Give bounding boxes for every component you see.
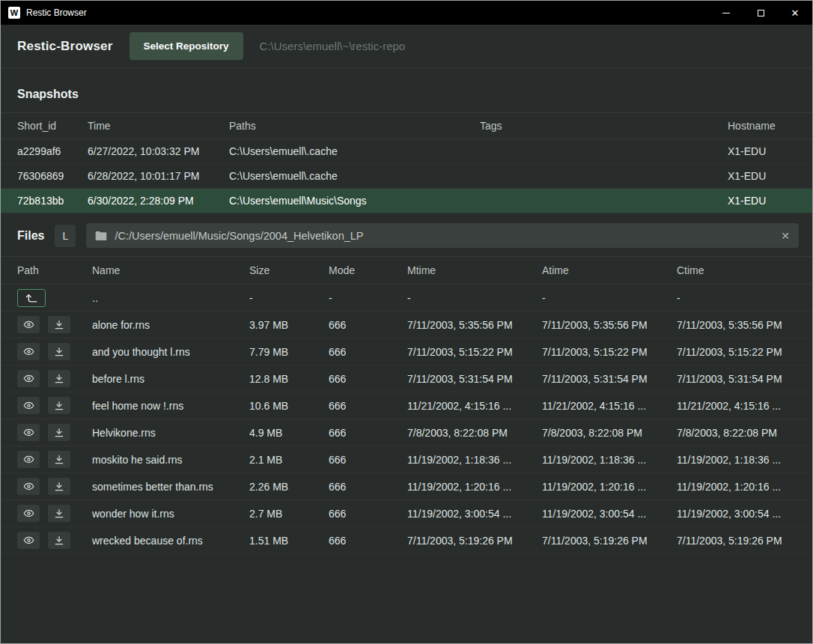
titlebar-drag-region[interactable]: W Restic Browser ✕	[1, 1, 812, 25]
download-file-button[interactable]	[48, 316, 70, 333]
maximize-icon	[758, 10, 764, 16]
file-ctime: 7/11/2003, 5:19:26 PM	[677, 535, 796, 547]
eye-icon	[23, 508, 34, 519]
download-file-button[interactable]	[48, 451, 70, 468]
file-size: 12.8 MB	[249, 373, 329, 385]
snapshots-table-header: Short_id Time Paths Tags Hostname	[1, 112, 812, 139]
download-file-button[interactable]	[48, 505, 70, 522]
repository-header: Restic-Browser Select Repository C:\User…	[1, 25, 812, 68]
download-file-button[interactable]	[48, 370, 70, 387]
list-mode-button[interactable]: L	[55, 225, 76, 247]
file-ctime: 11/19/2002, 3:00:54 ...	[677, 508, 796, 520]
file-atime: 7/8/2003, 8:22:08 PM	[542, 427, 677, 439]
download-file-button[interactable]	[48, 424, 70, 441]
file-atime: 11/19/2002, 1:20:16 ...	[542, 481, 677, 493]
parent-directory-actions	[17, 289, 92, 307]
snapshot-hostname: X1-EDU	[728, 170, 796, 182]
parent-size: -	[249, 292, 329, 304]
file-ctime: 7/8/2003, 8:22:08 PM	[677, 427, 796, 439]
page-title: Restic-Browser	[17, 39, 113, 54]
file-atime: 7/11/2003, 5:31:54 PM	[542, 373, 677, 385]
file-name: moskito he said.rns	[92, 454, 249, 466]
file-mode: 666	[329, 427, 407, 439]
file-mtime: 7/11/2003, 5:15:22 PM	[407, 346, 542, 358]
preview-file-button[interactable]	[17, 532, 40, 549]
select-repository-button[interactable]: Select Repository	[130, 32, 243, 60]
download-icon	[54, 374, 64, 384]
file-mode: 666	[329, 346, 407, 358]
minimize-icon	[722, 13, 730, 13]
snapshot-row[interactable]: a2299af6 6/27/2022, 10:03:32 PM C:\Users…	[1, 139, 812, 164]
eye-icon	[23, 373, 34, 384]
preview-file-button[interactable]	[17, 397, 40, 414]
file-size: 2.1 MB	[249, 454, 329, 466]
preview-file-button[interactable]	[17, 370, 40, 387]
download-icon	[54, 401, 64, 411]
snapshot-time: 6/27/2022, 10:03:32 PM	[88, 145, 229, 157]
col-atime: Atime	[542, 264, 677, 276]
file-mtime: 11/19/2002, 3:00:54 ...	[407, 508, 542, 520]
file-size: 7.79 MB	[249, 346, 329, 358]
app-icon: W	[8, 7, 20, 19]
col-path: Path	[17, 264, 92, 276]
file-size: 10.6 MB	[249, 400, 329, 412]
maximize-button[interactable]	[743, 1, 778, 25]
download-icon	[54, 428, 64, 438]
col-tags: Tags	[480, 120, 728, 132]
download-file-button[interactable]	[48, 397, 70, 414]
repository-path: C:\Users\emuell\~\restic-repo	[260, 40, 406, 52]
file-atime: 11/19/2002, 1:18:36 ...	[542, 454, 677, 466]
download-icon	[54, 535, 64, 546]
file-mtime: 11/19/2002, 1:18:36 ...	[407, 454, 542, 466]
preview-file-button[interactable]	[17, 505, 40, 522]
file-size: 3.97 MB	[249, 319, 329, 331]
minimize-button[interactable]	[709, 1, 743, 25]
snapshot-row[interactable]: 76306869 6/28/2022, 10:01:17 PM C:\Users…	[1, 164, 812, 189]
file-atime: 7/11/2003, 5:35:56 PM	[542, 319, 677, 331]
download-file-button[interactable]	[48, 343, 70, 360]
file-mtime: 11/19/2002, 1:20:16 ...	[407, 481, 542, 493]
file-ctime: 11/19/2002, 1:18:36 ...	[677, 454, 796, 466]
download-icon	[54, 508, 64, 519]
download-file-button[interactable]	[48, 532, 70, 549]
file-actions	[17, 451, 92, 468]
file-mode: 666	[329, 373, 407, 385]
file-mode: 666	[329, 508, 407, 520]
snapshot-time: 6/30/2022, 2:28:09 PM	[88, 195, 229, 207]
snapshot-short-id: a2299af6	[17, 145, 88, 157]
parent-mode: -	[329, 292, 407, 304]
file-name: before l.rns	[92, 373, 249, 385]
download-icon	[54, 482, 64, 492]
file-mtime: 7/11/2003, 5:19:26 PM	[407, 535, 542, 547]
col-mtime: Mtime	[407, 264, 542, 276]
file-ctime: 11/19/2002, 1:20:16 ...	[677, 481, 796, 493]
preview-file-button[interactable]	[17, 424, 40, 441]
file-ctime: 7/11/2003, 5:35:56 PM	[677, 319, 796, 331]
col-paths: Paths	[229, 120, 480, 132]
eye-icon	[23, 454, 34, 465]
download-file-button[interactable]	[48, 478, 70, 495]
close-button[interactable]: ✕	[778, 1, 812, 25]
preview-file-button[interactable]	[17, 451, 40, 468]
files-table-body: alone for.rns 3.97 MB 666 7/11/2003, 5:3…	[1, 312, 812, 554]
preview-file-button[interactable]	[17, 478, 40, 495]
file-name: wonder how it.rns	[92, 508, 249, 520]
download-icon	[54, 320, 64, 330]
file-row: Helvikone.rns 4.9 MB 666 7/8/2003, 8:22:…	[1, 419, 812, 446]
files-heading: Files	[17, 229, 44, 243]
snapshot-paths: C:\Users\emuell\.cache	[229, 145, 480, 157]
file-mode: 666	[329, 319, 407, 331]
preview-file-button[interactable]	[17, 316, 40, 333]
col-hostname: Hostname	[728, 120, 796, 132]
file-ctime: 7/11/2003, 5:31:54 PM	[677, 373, 796, 385]
preview-file-button[interactable]	[17, 343, 40, 360]
file-atime: 11/21/2002, 4:15:16 ...	[542, 400, 677, 412]
path-input[interactable]	[115, 230, 773, 242]
snapshot-row[interactable]: 72b813bb 6/30/2022, 2:28:09 PM C:\Users\…	[1, 189, 812, 213]
file-name: wrecked because of.rns	[92, 535, 249, 547]
clear-path-button[interactable]: ✕	[781, 230, 790, 242]
file-row: sometimes better than.rns 2.26 MB 666 11…	[1, 473, 812, 500]
file-ctime: 7/11/2003, 5:15:22 PM	[677, 346, 796, 358]
col-mode: Mode	[329, 264, 407, 276]
up-directory-button[interactable]	[17, 289, 46, 307]
